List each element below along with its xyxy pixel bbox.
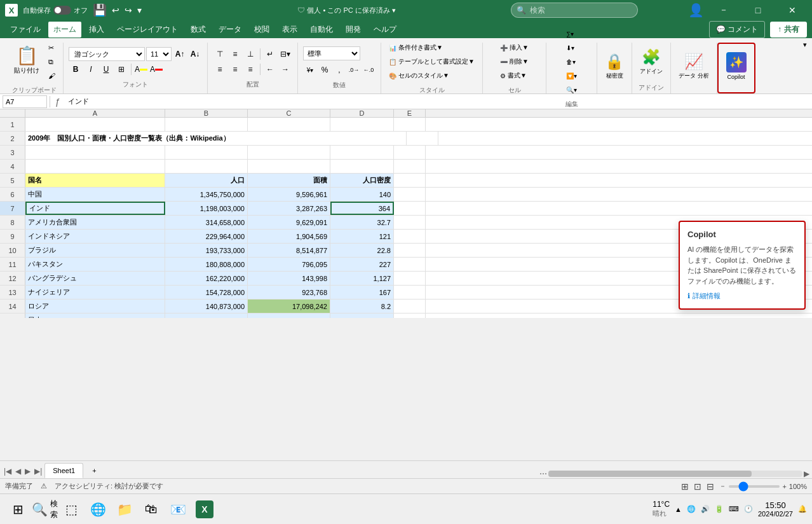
col-header-b[interactable]: B bbox=[165, 109, 248, 117]
underline-button[interactable]: U bbox=[99, 62, 113, 76]
cell-b5[interactable]: 人口 bbox=[165, 174, 248, 187]
cell-e13[interactable] bbox=[394, 286, 426, 299]
cell-c15[interactable]: 377,915 bbox=[248, 314, 330, 318]
page-break-btn[interactable]: ⊟ bbox=[707, 481, 714, 492]
copy-button[interactable]: ⧉ bbox=[46, 55, 58, 68]
cell-a7[interactable]: インド bbox=[25, 202, 165, 215]
cell-d15[interactable]: 336 bbox=[330, 314, 394, 318]
cell-c10[interactable]: 8,514,877 bbox=[248, 244, 330, 257]
cell-e7[interactable] bbox=[394, 202, 426, 215]
wrap-text-btn[interactable]: ↵ bbox=[263, 47, 277, 61]
cell-b9[interactable]: 229,964,000 bbox=[165, 230, 248, 243]
cell-a12[interactable]: バングラデシュ bbox=[25, 272, 165, 285]
delete-cells-btn[interactable]: ➖ 削除▼ bbox=[497, 55, 531, 68]
border-button[interactable]: ⊞ bbox=[114, 62, 128, 76]
cell-d1[interactable] bbox=[330, 118, 394, 131]
table-format-btn[interactable]: 📋 テーブルとして書式設定▼ bbox=[386, 55, 477, 68]
network-icon[interactable]: 🌐 bbox=[687, 505, 696, 513]
autosum-btn[interactable]: ∑▾ bbox=[564, 27, 579, 40]
menu-develop[interactable]: 開発 bbox=[341, 22, 366, 38]
cell-b1[interactable] bbox=[165, 118, 248, 131]
cell-a11[interactable]: パキスタン bbox=[25, 258, 165, 271]
start-button[interactable]: ⊞ bbox=[5, 497, 30, 522]
fill-btn[interactable]: ⬇▾ bbox=[564, 41, 579, 54]
cell-c8[interactable]: 9,629,091 bbox=[248, 216, 330, 229]
cell-a14[interactable]: ロシア bbox=[25, 300, 165, 313]
cell-b4[interactable] bbox=[165, 160, 248, 173]
cell-b11[interactable]: 180,808,000 bbox=[165, 258, 248, 271]
menu-view[interactable]: 表示 bbox=[277, 22, 302, 38]
align-middle-btn[interactable]: ≡ bbox=[228, 47, 242, 61]
formula-input[interactable] bbox=[65, 95, 809, 108]
cell-d10[interactable]: 22.8 bbox=[330, 244, 394, 257]
cell-a9[interactable]: インドネシア bbox=[25, 230, 165, 243]
cell-c9[interactable]: 1,904,569 bbox=[248, 230, 330, 243]
menu-insert[interactable]: 挿入 bbox=[84, 22, 109, 38]
cell-e11[interactable] bbox=[394, 258, 426, 271]
maximize-button[interactable]: □ bbox=[743, 0, 773, 20]
cell-d14[interactable]: 8.2 bbox=[330, 300, 394, 313]
add-sheet-button[interactable]: + bbox=[85, 463, 104, 478]
cut-button[interactable]: ✂ ✂ bbox=[46, 41, 58, 54]
cell-a3[interactable] bbox=[25, 146, 165, 159]
cell-b13[interactable]: 154,728,000 bbox=[165, 286, 248, 299]
cell-d4[interactable] bbox=[330, 160, 394, 173]
formula-function-btn[interactable]: ƒ bbox=[53, 97, 63, 107]
fill-color-button[interactable]: A bbox=[134, 62, 148, 76]
cell-a1[interactable] bbox=[25, 118, 165, 131]
insert-cells-btn[interactable]: ➕ 挿入▼ bbox=[497, 41, 531, 54]
minimize-button[interactable]: － bbox=[709, 0, 738, 20]
share-button[interactable]: ↑ 共有 bbox=[770, 22, 807, 38]
menu-file[interactable]: ファイル bbox=[5, 22, 46, 38]
store-btn[interactable]: 🛍 bbox=[139, 497, 164, 522]
search-input[interactable] bbox=[530, 6, 625, 15]
cell-b10[interactable]: 193,733,000 bbox=[165, 244, 248, 257]
cell-e1[interactable] bbox=[394, 118, 426, 131]
taskbar-time[interactable]: 15:50 2024/02/27 bbox=[758, 500, 793, 518]
sheet-nav-next[interactable]: ▶ bbox=[24, 467, 32, 476]
cell-e8[interactable] bbox=[394, 216, 426, 229]
cell-c4[interactable] bbox=[248, 160, 330, 173]
comment-button[interactable]: 💬 コメント bbox=[709, 21, 765, 38]
cell-d11[interactable]: 227 bbox=[330, 258, 394, 271]
scroll-right-btn[interactable]: ▶ bbox=[804, 469, 809, 478]
decrease-font-btn[interactable]: A↓ bbox=[188, 47, 202, 61]
format-painter-button[interactable]: 🖌 bbox=[46, 69, 58, 82]
cell-d9[interactable]: 121 bbox=[330, 230, 394, 243]
copilot-detail-link[interactable]: ℹ 詳細情報 bbox=[687, 291, 797, 301]
explorer-btn[interactable]: 📁 bbox=[112, 497, 137, 522]
cell-e6[interactable] bbox=[394, 188, 426, 201]
increase-font-btn[interactable]: A↑ bbox=[173, 47, 187, 61]
menu-data[interactable]: データ bbox=[213, 22, 247, 38]
cell-e12[interactable] bbox=[394, 272, 426, 285]
close-button[interactable]: ✕ bbox=[778, 0, 807, 20]
bold-button[interactable]: B bbox=[69, 62, 83, 76]
cell-c13[interactable]: 923,768 bbox=[248, 286, 330, 299]
scroll-options-icon[interactable]: ⋯ bbox=[539, 469, 547, 478]
merge-cells-btn[interactable]: ⊟▾ bbox=[278, 47, 292, 61]
find-select-btn[interactable]: 🔍▾ bbox=[564, 83, 579, 96]
data-analysis-btn[interactable]: 📈 データ 分析 bbox=[676, 48, 712, 84]
cell-a10[interactable]: ブラジル bbox=[25, 244, 165, 257]
autosave-toggle[interactable] bbox=[53, 6, 71, 15]
cell-c11[interactable]: 796,095 bbox=[248, 258, 330, 271]
col-header-d[interactable]: D bbox=[330, 109, 394, 117]
align-bottom-btn[interactable]: ⊥ bbox=[243, 47, 257, 61]
notifications-btn[interactable]: 🔔 bbox=[798, 505, 807, 513]
normal-view-btn[interactable]: ⊞ bbox=[681, 481, 689, 492]
sort-filter-btn[interactable]: 🔽▾ bbox=[564, 69, 579, 82]
cell-e2[interactable] bbox=[407, 132, 438, 145]
sheet-nav-last[interactable]: ▶| bbox=[33, 467, 43, 476]
sheet-nav-first[interactable]: |◀ bbox=[3, 467, 13, 476]
paste-button[interactable]: 📋 貼り付け bbox=[10, 44, 43, 79]
cell-c1[interactable] bbox=[248, 118, 330, 131]
zoom-in-btn[interactable]: + bbox=[782, 483, 786, 490]
align-right-btn[interactable]: ≡ bbox=[243, 62, 257, 76]
cell-b7[interactable]: 1,198,003,000 bbox=[165, 202, 248, 215]
col-header-c[interactable]: C bbox=[248, 109, 330, 117]
clear-btn[interactable]: 🗑▾ bbox=[564, 55, 579, 68]
cell-a4[interactable] bbox=[25, 160, 165, 173]
menu-review[interactable]: 校閲 bbox=[249, 22, 274, 38]
col-header-e[interactable]: E bbox=[394, 109, 426, 117]
cell-b3[interactable] bbox=[165, 146, 248, 159]
